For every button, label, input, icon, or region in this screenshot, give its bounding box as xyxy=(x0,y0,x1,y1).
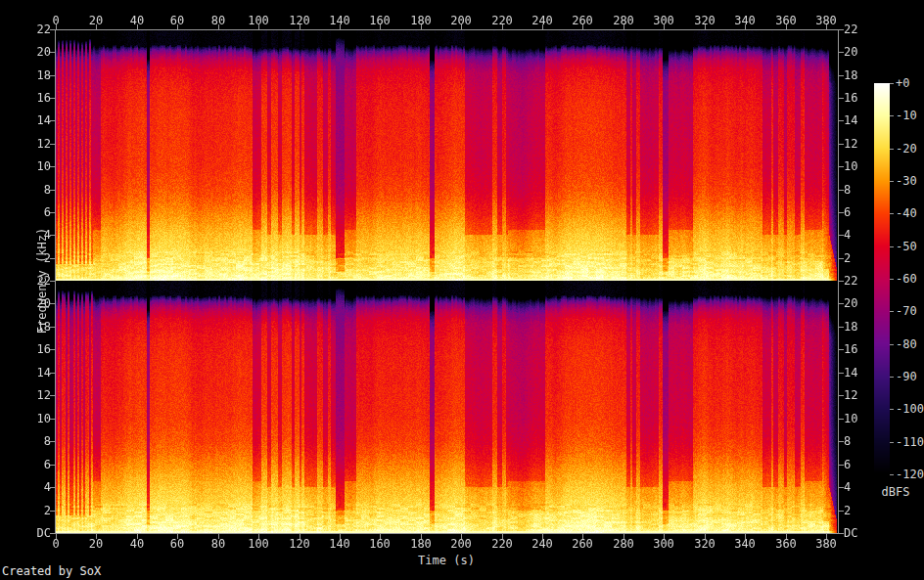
colorbar-tick xyxy=(890,115,894,116)
colorbar-tick xyxy=(890,149,894,150)
freq-tick-label-left: 16 xyxy=(20,91,51,105)
spectrogram-channel-1 xyxy=(56,30,837,281)
colorbar-tick-label: +0 xyxy=(896,76,924,90)
freq-tick-label-left: DC xyxy=(20,526,51,540)
time-tick-label-bottom: 320 xyxy=(685,537,724,551)
time-tick-label-top: 220 xyxy=(483,14,522,27)
time-tick-label-bottom: 180 xyxy=(401,537,440,551)
freq-tick-label-left: 8 xyxy=(20,183,51,197)
time-tick-label-bottom: 120 xyxy=(280,537,319,551)
freq-tick-label-right: 18 xyxy=(844,320,875,334)
freq-tick-label-left: 2 xyxy=(20,504,51,517)
freq-tick-label-left: 16 xyxy=(20,342,51,356)
freq-tick-label-right: 20 xyxy=(844,45,875,59)
time-tick-label-bottom: 360 xyxy=(766,537,806,551)
time-tick-label-top: 340 xyxy=(725,14,764,27)
freq-tick-label-right: 12 xyxy=(844,388,875,402)
colorbar-tick xyxy=(890,279,894,280)
freq-tick-label-right: 22 xyxy=(844,274,875,288)
colorbar-tick-label: -90 xyxy=(896,370,924,383)
time-tick-label-top: 300 xyxy=(644,14,683,27)
time-tick-label-top: 20 xyxy=(76,14,116,27)
time-tick-label-bottom: 40 xyxy=(117,537,157,551)
colorbar-tick-label: -100 xyxy=(896,402,924,416)
colorbar-tick xyxy=(890,474,894,475)
time-tick-label-bottom: 160 xyxy=(360,537,399,551)
freq-tick-label-left: 10 xyxy=(20,412,51,425)
time-tick-label-bottom: 260 xyxy=(563,537,602,551)
colorbar-tick-label: -70 xyxy=(896,304,924,318)
time-tick-label-top: 80 xyxy=(199,14,238,27)
freq-tick-label-left: 12 xyxy=(20,137,51,151)
time-tick-label-top: 260 xyxy=(563,14,602,27)
freq-tick-label-left: 14 xyxy=(20,113,51,127)
colorbar-tick-label: -50 xyxy=(896,240,924,253)
colorbar-tick-label: -120 xyxy=(896,468,924,481)
colorbar-tick xyxy=(890,377,894,378)
freq-tick-label-right: 2 xyxy=(844,504,875,517)
sox-spectrogram-window: Frequency (kHz) Time (s) dBFS Created by… xyxy=(0,0,924,580)
time-tick-label-top: 120 xyxy=(280,14,319,27)
colorbar-tick-label: -110 xyxy=(896,435,924,449)
time-tick-label-top: 180 xyxy=(401,14,440,27)
colorbar xyxy=(874,83,890,474)
freq-tick-label-right: 18 xyxy=(844,68,875,82)
freq-tick-label-left: 10 xyxy=(20,159,51,173)
freq-tick-label-right: 22 xyxy=(844,22,875,36)
credit-text: Created by SoX xyxy=(2,564,101,578)
freq-tick-label-right: 14 xyxy=(844,113,875,127)
freq-tick-label-right: 12 xyxy=(844,137,875,151)
freq-tick-label-right: 4 xyxy=(844,228,875,242)
time-tick-label-top: 60 xyxy=(158,14,197,27)
time-tick-label-top: 40 xyxy=(117,14,157,27)
time-tick-label-top: 160 xyxy=(360,14,399,27)
time-tick-label-bottom: 20 xyxy=(76,537,116,551)
colorbar-tick xyxy=(890,311,894,312)
freq-tick-label-right: DC xyxy=(844,526,875,540)
time-tick-label-top: 320 xyxy=(685,14,724,27)
freq-tick-label-right: 16 xyxy=(844,342,875,356)
freq-tick-label-left: 2 xyxy=(20,251,51,265)
freq-tick-label-right: 10 xyxy=(844,412,875,425)
colorbar-tick-label: -60 xyxy=(896,272,924,286)
colorbar-tick xyxy=(890,442,894,443)
time-tick-label-top: 360 xyxy=(766,14,806,27)
time-tick-label-bottom: 240 xyxy=(523,537,562,551)
time-tick-label-bottom: 300 xyxy=(644,537,683,551)
time-tick-label-top: 140 xyxy=(320,14,359,27)
freq-tick-label-left: 18 xyxy=(20,320,51,334)
time-tick-label-bottom: 200 xyxy=(441,537,481,551)
freq-tick-label-right: 14 xyxy=(844,366,875,379)
freq-tick-label-left: 4 xyxy=(20,480,51,494)
freq-tick-label-left: 6 xyxy=(20,205,51,219)
freq-tick-label-right: 2 xyxy=(844,251,875,265)
freq-tick-label-left: 22 xyxy=(20,274,51,288)
freq-tick-label-left: 20 xyxy=(20,45,51,59)
spectrogram-channel-2 xyxy=(56,281,837,533)
time-tick-label-top: 200 xyxy=(441,14,481,27)
time-tick-label-bottom: 220 xyxy=(483,537,522,551)
freq-tick-label-left: 4 xyxy=(20,228,51,242)
colorbar-tick-label: -30 xyxy=(896,174,924,188)
freq-tick-label-right: 16 xyxy=(844,91,875,105)
time-tick-label-top: 280 xyxy=(604,14,643,27)
colorbar-tick xyxy=(890,213,894,214)
freq-tick-label-left: 14 xyxy=(20,366,51,379)
time-tick-label-bottom: 380 xyxy=(807,537,846,551)
time-tick-label-top: 240 xyxy=(523,14,562,27)
freq-tick-label-right: 4 xyxy=(844,480,875,494)
colorbar-tick-label: -20 xyxy=(896,142,924,156)
colorbar-tick xyxy=(890,344,894,345)
time-tick-label-bottom: 80 xyxy=(199,537,238,551)
freq-tick-label-left: 8 xyxy=(20,434,51,448)
time-tick-label-bottom: 100 xyxy=(239,537,278,551)
freq-tick-label-left: 6 xyxy=(20,458,51,471)
freq-tick-label-left: 12 xyxy=(20,388,51,402)
colorbar-tick-label: -10 xyxy=(896,109,924,122)
time-tick-label-bottom: 140 xyxy=(320,537,359,551)
time-tick-label-bottom: 60 xyxy=(158,537,197,551)
colorbar-tick-label: -40 xyxy=(896,206,924,220)
time-tick-label-top: 100 xyxy=(239,14,278,27)
x-axis-title: Time (s) xyxy=(388,554,505,567)
colorbar-tick xyxy=(890,246,894,247)
